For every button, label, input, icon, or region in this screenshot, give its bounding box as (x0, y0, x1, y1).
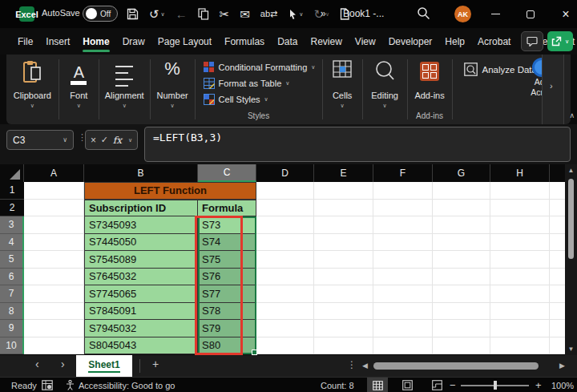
tab-review[interactable]: Review (304, 30, 348, 54)
copy-icon[interactable] (198, 8, 209, 20)
cell[interactable]: S7845091 (84, 303, 198, 321)
zoom-in-button[interactable]: + (535, 378, 542, 392)
cell[interactable] (24, 251, 84, 269)
cell[interactable] (550, 320, 565, 337)
cell[interactable] (490, 337, 550, 355)
tab-data[interactable]: Data (271, 30, 304, 54)
cell[interactable]: S78 (198, 303, 256, 321)
cell[interactable] (256, 320, 314, 337)
cell[interactable] (373, 269, 433, 286)
cell[interactable]: Subscription ID (84, 200, 198, 217)
sheet-prev-icon[interactable]: ‹ (35, 358, 39, 370)
cell[interactable] (490, 269, 550, 286)
qat-overflow-button[interactable]: » (321, 8, 326, 19)
cell[interactable] (314, 269, 373, 286)
ribbon-group-cells[interactable]: Cells ∨ (323, 55, 362, 124)
tab-file[interactable]: File (11, 30, 39, 54)
cell[interactable] (433, 216, 490, 234)
cell[interactable] (256, 182, 314, 200)
cell[interactable]: S7645032 (84, 269, 198, 286)
row-header-6[interactable]: 6 (0, 269, 24, 286)
cut-icon[interactable]: ✂ (220, 7, 230, 22)
format-as-table-button[interactable]: Format as Table ∨ (204, 75, 290, 91)
cell[interactable] (550, 269, 565, 286)
column-header-d[interactable]: D (256, 164, 314, 182)
column-header-g[interactable]: G (433, 164, 490, 182)
column-header-a[interactable]: A (24, 164, 84, 182)
cell[interactable] (373, 303, 433, 321)
cell[interactable] (490, 216, 550, 234)
ribbon-group-clipboard[interactable]: Clipboard ∨ (6, 55, 59, 124)
cell[interactable] (373, 285, 433, 303)
row-header-10[interactable]: 10 (0, 337, 24, 355)
cell[interactable]: Formula (198, 200, 256, 217)
cell[interactable] (433, 337, 490, 355)
page-break-view-button[interactable] (426, 378, 447, 392)
cell[interactable] (373, 200, 433, 217)
collapse-ribbon-icon[interactable]: ∧ (569, 111, 575, 119)
column-header-h[interactable]: H (490, 164, 550, 182)
cell[interactable] (550, 234, 565, 252)
cell[interactable] (314, 251, 373, 269)
row-header-2[interactable]: 2 (0, 200, 24, 217)
page-layout-view-button[interactable] (397, 378, 418, 392)
minimize-button[interactable] (479, 0, 511, 28)
search-icon[interactable] (417, 6, 430, 20)
maximize-button[interactable] (514, 0, 547, 28)
column-header-e[interactable]: E (314, 164, 373, 182)
touch-mouse-mode-icon[interactable]: ∨ (288, 9, 303, 20)
zoom-level[interactable]: 100% (551, 378, 574, 392)
zoom-slider-thumb[interactable] (494, 381, 497, 390)
column-header-b[interactable]: B (84, 164, 198, 182)
cell[interactable] (314, 285, 373, 303)
cell[interactable] (550, 251, 565, 269)
cell[interactable] (24, 216, 84, 234)
tab-view[interactable]: View (349, 30, 382, 54)
cell[interactable] (373, 251, 433, 269)
accessibility-status[interactable]: Accessibility: Good to go (66, 378, 175, 392)
row-header-3[interactable]: 3 (0, 216, 24, 234)
cell[interactable] (373, 234, 433, 252)
scroll-up-icon[interactable]: ▲ (565, 167, 577, 174)
vertical-scroll-thumb[interactable] (568, 179, 574, 259)
cell[interactable]: S8045043 (84, 337, 198, 355)
tab-acrobat[interactable]: Acrobat (471, 30, 517, 54)
conditional-formatting-button[interactable]: Conditional Formatting ∨ (204, 59, 316, 75)
cell[interactable] (314, 337, 373, 355)
cell[interactable] (490, 303, 550, 321)
cell[interactable]: S7345093 (84, 216, 198, 234)
cell[interactable] (433, 182, 490, 200)
cell[interactable]: S74 (198, 234, 256, 252)
select-all-corner[interactable] (0, 164, 24, 182)
cell[interactable] (433, 303, 490, 321)
cell[interactable] (490, 285, 550, 303)
avatar[interactable]: AK (454, 6, 471, 22)
cell[interactable] (490, 200, 550, 217)
cell[interactable] (373, 320, 433, 337)
cell[interactable] (433, 200, 490, 217)
cell[interactable]: S80 (198, 337, 256, 355)
tab-formulas[interactable]: Formulas (218, 30, 271, 54)
cell[interactable] (256, 269, 314, 286)
comments-button[interactable] (521, 31, 543, 51)
cell[interactable]: S7745065 (84, 285, 198, 303)
cell[interactable] (373, 337, 433, 355)
sheet-next-icon[interactable]: › (61, 358, 65, 370)
ribbon-group-addins[interactable]: Add-ins Add-ins (408, 55, 452, 124)
merged-title-cell[interactable]: LEFT Function (84, 182, 256, 200)
cell[interactable] (490, 234, 550, 252)
email-icon[interactable]: ✉ (240, 7, 250, 22)
fill-handle[interactable] (252, 350, 257, 355)
cell[interactable] (550, 216, 565, 234)
cell[interactable] (314, 320, 373, 337)
autosave-toggle[interactable]: Off (83, 6, 118, 22)
scroll-right-icon[interactable]: ▶ (559, 362, 565, 370)
formula-input[interactable]: =LEFT(B3,3) (144, 127, 571, 162)
cell-styles-button[interactable]: Cell Styles ∨ (204, 91, 268, 107)
cell[interactable] (490, 320, 550, 337)
cell[interactable]: S77 (198, 285, 256, 303)
cell[interactable] (24, 285, 84, 303)
cell[interactable] (24, 182, 84, 200)
row-header-8[interactable]: 8 (0, 303, 24, 321)
cell[interactable] (373, 182, 433, 200)
